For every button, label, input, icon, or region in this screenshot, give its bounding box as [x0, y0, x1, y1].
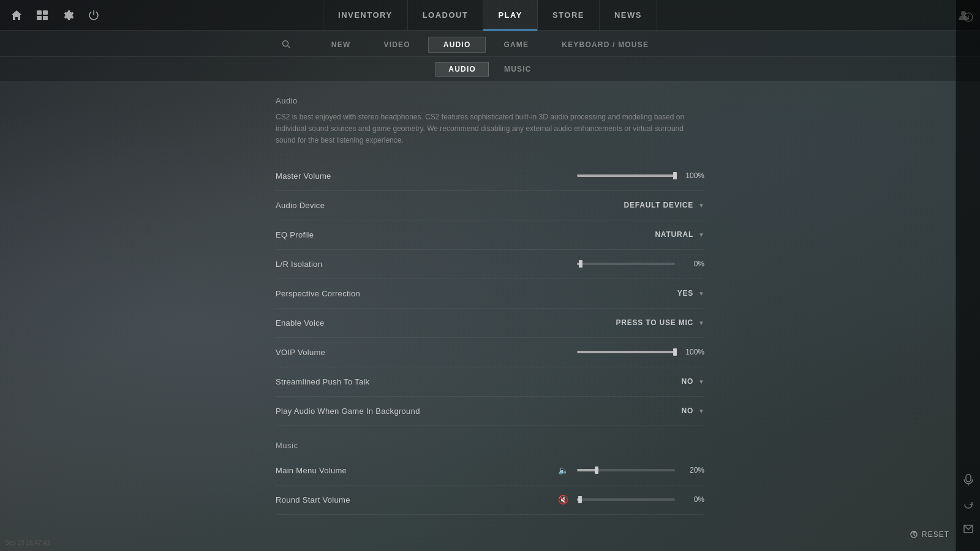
- enable-voice-dropdown[interactable]: PRESS TO USE MIC ▼: [616, 318, 704, 327]
- volume-mute-icon: 🔇: [558, 495, 568, 504]
- tab-video[interactable]: VIDEO: [368, 37, 425, 53]
- svg-rect-0: [37, 10, 42, 15]
- perspective-correction-value: YES: [677, 289, 693, 298]
- search-icon[interactable]: [282, 40, 290, 50]
- perspective-correction-dropdown[interactable]: YES ▼: [677, 289, 704, 298]
- reset-label: RESET: [922, 530, 949, 539]
- sub-tab-audio[interactable]: AUDIO: [435, 62, 489, 77]
- master-volume-value: 100%: [681, 171, 704, 180]
- slider-fill: [577, 174, 675, 177]
- reset-button[interactable]: RESET: [910, 530, 949, 539]
- streamlined-push-to-talk-value: NO: [681, 377, 693, 386]
- enable-voice-label: Enable Voice: [276, 318, 325, 328]
- chevron-down-icon: ▼: [698, 290, 704, 297]
- info-icon[interactable]: i: [961, 10, 976, 24]
- setting-row-audio-device: Audio Device DEFAULT DEVICE ▼: [276, 191, 704, 220]
- slider-fill: [577, 263, 581, 265]
- audio-device-value: DEFAULT DEVICE: [624, 201, 693, 209]
- setting-row-master-volume: Master Volume 100%: [276, 162, 704, 191]
- tab-game[interactable]: GAME: [488, 37, 544, 53]
- chevron-down-icon: ▼: [698, 231, 704, 238]
- slider-track: [577, 469, 675, 471]
- mail-icon[interactable]: [961, 522, 976, 536]
- chevron-down-icon: ▼: [698, 378, 704, 385]
- lr-isolation-label: L/R Isolation: [276, 260, 322, 269]
- play-audio-background-value: NO: [681, 407, 693, 415]
- main-menu-volume-slider[interactable]: 🔈: [558, 465, 675, 475]
- lr-isolation-control: 0%: [577, 260, 704, 268]
- eq-profile-control: NATURAL ▼: [582, 230, 704, 239]
- eq-profile-label: EQ Profile: [276, 230, 314, 239]
- setting-row-streamlined-push-to-talk: Streamlined Push To Talk NO ▼: [276, 367, 704, 397]
- tab-audio[interactable]: AUDIO: [428, 37, 486, 53]
- round-start-volume-value: 0%: [681, 495, 704, 504]
- nav-item-inventory[interactable]: INVENTORY: [323, 0, 408, 31]
- mic-icon[interactable]: [961, 473, 976, 487]
- setting-row-play-audio-background: Play Audio When Game In Background NO ▼: [276, 397, 704, 426]
- streamlined-push-to-talk-label: Streamlined Push To Talk: [276, 377, 369, 386]
- audio-device-dropdown[interactable]: DEFAULT DEVICE ▼: [624, 201, 704, 209]
- top-navigation: INVENTORY LOADOUT PLAY STORE NEWS: [0, 0, 980, 31]
- audio-section-title: Audio: [276, 96, 704, 105]
- setting-row-perspective-correction: Perspective Correction YES ▼: [276, 279, 704, 309]
- play-audio-background-control: NO ▼: [582, 407, 704, 415]
- round-start-volume-control: 🔇 0%: [558, 495, 704, 504]
- slider-thumb: [579, 260, 582, 268]
- setting-row-round-start-volume: Round Start Volume 🔇 0%: [276, 485, 704, 515]
- power-icon[interactable]: [87, 9, 100, 22]
- svg-rect-2: [37, 16, 42, 20]
- audio-section-desc: CS2 is best enjoyed with stereo headphon…: [276, 111, 704, 147]
- main-menu-volume-control: 🔈 20%: [558, 465, 704, 475]
- right-sidebar: i: [956, 0, 980, 551]
- master-volume-control: 100%: [577, 171, 704, 180]
- settings-tabs: NEW VIDEO AUDIO GAME KEYBOARD / MOUSE: [0, 31, 980, 57]
- timestamp: Sep 28 16:47:43: [5, 539, 50, 546]
- lr-isolation-slider[interactable]: [577, 263, 675, 265]
- play-audio-background-label: Play Audio When Game In Background: [276, 407, 420, 416]
- tab-new[interactable]: NEW: [316, 37, 366, 53]
- svg-point-6: [283, 40, 288, 46]
- setting-row-main-menu-volume: Main Menu Volume 🔈 20%: [276, 456, 704, 485]
- inventory-icon[interactable]: [36, 9, 49, 22]
- nav-item-store[interactable]: STORE: [538, 0, 600, 31]
- sub-tabs-row: AUDIO MUSIC: [0, 57, 980, 81]
- nav-item-news[interactable]: NEWS: [600, 0, 657, 31]
- streamlined-push-to-talk-dropdown[interactable]: NO ▼: [681, 377, 704, 386]
- setting-row-lr-isolation: L/R Isolation 0%: [276, 250, 704, 279]
- play-audio-background-dropdown[interactable]: NO ▼: [681, 407, 704, 415]
- eq-profile-dropdown[interactable]: NATURAL ▼: [655, 230, 704, 239]
- slider-track: [577, 263, 675, 265]
- setting-row-voip-volume: VOIP Volume 100%: [276, 338, 704, 367]
- lr-isolation-value: 0%: [681, 260, 704, 268]
- svg-line-7: [288, 45, 290, 48]
- sub-tab-music[interactable]: MUSIC: [491, 62, 545, 77]
- audio-device-label: Audio Device: [276, 201, 325, 210]
- slider-fill: [577, 351, 675, 353]
- slider-thumb: [673, 172, 677, 179]
- svg-rect-3: [43, 16, 48, 20]
- refresh-icon[interactable]: [961, 497, 976, 512]
- master-volume-slider[interactable]: [577, 174, 675, 177]
- perspective-correction-control: YES ▼: [582, 289, 704, 298]
- slider-track: [577, 174, 675, 177]
- round-start-volume-slider[interactable]: 🔇: [558, 495, 675, 504]
- nav-item-play[interactable]: PLAY: [483, 0, 537, 31]
- streamlined-push-to-talk-control: NO ▼: [582, 377, 704, 386]
- voip-volume-value: 100%: [681, 348, 704, 356]
- content-area: Audio CS2 is best enjoyed with stereo he…: [276, 81, 704, 547]
- home-icon[interactable]: [10, 9, 23, 22]
- audio-device-control: DEFAULT DEVICE ▼: [582, 201, 704, 209]
- master-volume-label: Master Volume: [276, 171, 331, 181]
- perspective-correction-label: Perspective Correction: [276, 289, 360, 298]
- nav-item-loadout[interactable]: LOADOUT: [408, 0, 484, 31]
- slider-track: [577, 351, 675, 353]
- settings-icon[interactable]: [61, 9, 75, 22]
- voip-volume-slider[interactable]: [577, 351, 675, 353]
- chevron-down-icon: ▼: [698, 202, 704, 209]
- setting-row-eq-profile: EQ Profile NATURAL ▼: [276, 220, 704, 250]
- voip-volume-control: 100%: [577, 348, 704, 356]
- chevron-down-icon: ▼: [698, 408, 704, 414]
- round-start-volume-label: Round Start Volume: [276, 495, 350, 504]
- sub-tabs: AUDIO MUSIC: [435, 62, 544, 77]
- tab-keyboard[interactable]: KEYBOARD / MOUSE: [546, 37, 664, 53]
